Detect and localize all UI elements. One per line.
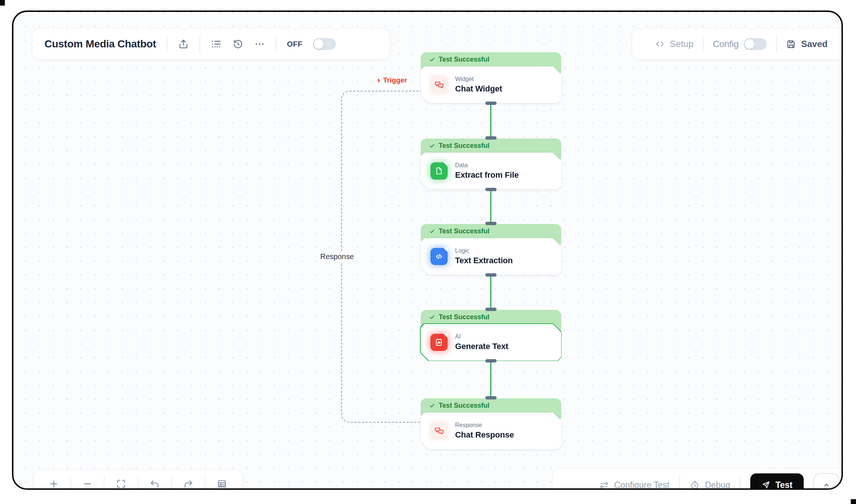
response-label: Response: [317, 251, 357, 262]
check-icon: [429, 228, 435, 234]
timer-icon: [690, 480, 700, 490]
setup-config-toolbar: Setup Config Saved: [632, 28, 843, 60]
screen-artifact-top-left: [0, 0, 5, 6]
configure-test-label: Configure Test: [614, 480, 670, 490]
document-icon: [430, 162, 448, 180]
check-icon: [429, 143, 435, 149]
node-input-handle[interactable]: [485, 308, 497, 311]
node-chat-widget[interactable]: Test Successful Widget Chat Widget: [421, 52, 561, 103]
node-chat-response[interactable]: Test Successful Response Chat Response: [421, 398, 561, 449]
trigger-label-text: Trigger: [383, 76, 407, 84]
sliders-icon: [599, 480, 609, 490]
code-icon: [430, 248, 448, 265]
chat-bubbles-icon: [430, 422, 448, 439]
flow-enabled-toggle[interactable]: [313, 38, 336, 50]
flow-header-toolbar: Custom Media Chatbot: [32, 28, 390, 60]
test-button[interactable]: Test: [750, 473, 804, 490]
test-button-label: Test: [775, 480, 792, 490]
chevron-up-icon: [822, 480, 831, 490]
editor-window-frame: Trigger Response Test Successful: [12, 10, 843, 490]
workflow-editor: Trigger Response Test Successful: [0, 0, 856, 504]
node-status-text: Test Successful: [439, 142, 489, 150]
node-title: Extract from File: [455, 170, 519, 180]
divider: [200, 36, 200, 52]
node-title: Text Extraction: [455, 256, 513, 265]
node-type-label: Widget: [455, 76, 502, 83]
fit-view-button[interactable]: [105, 470, 137, 490]
toggle-knob: [745, 39, 754, 49]
config-toggle[interactable]: [744, 38, 767, 50]
save-icon: [786, 39, 796, 49]
flow-enabled-state-label: OFF: [287, 40, 303, 49]
connector-line: [490, 275, 491, 310]
node-status-text: Test Successful: [439, 227, 489, 235]
connector-line: [490, 189, 491, 224]
ai-sticker-icon: [430, 334, 448, 351]
node-input-handle[interactable]: [485, 222, 497, 225]
divider: [703, 36, 704, 52]
check-icon: [429, 402, 435, 409]
config-label: Config: [713, 39, 739, 49]
divider: [776, 36, 777, 52]
connector-line: [490, 103, 491, 139]
node-status-text: Test Successful: [439, 56, 489, 63]
more-options-icon[interactable]: [254, 38, 265, 50]
node-status-text: Test Successful: [439, 402, 489, 410]
divider: [167, 36, 167, 52]
node-type-label: AI: [455, 333, 509, 340]
logs-table-icon[interactable]: [205, 470, 238, 490]
saved-label: Saved: [801, 39, 828, 49]
node-output-handle[interactable]: [485, 188, 497, 191]
config-toggle-group: Config: [713, 38, 767, 50]
node-generate-text[interactable]: Test Successful AI Generate Text: [421, 310, 561, 361]
undo-button[interactable]: [138, 470, 171, 490]
history-icon[interactable]: [232, 38, 244, 50]
node-input-handle[interactable]: [485, 396, 497, 399]
check-icon: [429, 56, 435, 63]
check-icon: [429, 314, 435, 320]
debug-button[interactable]: Debug: [690, 480, 730, 490]
node-output-handle[interactable]: [485, 359, 497, 363]
divider: [740, 476, 741, 490]
toggle-knob: [314, 39, 324, 49]
send-icon: [761, 480, 770, 489]
divider: [276, 36, 276, 52]
screen-artifact-bottom-right: [851, 499, 856, 504]
saved-status: Saved: [786, 39, 828, 49]
node-type-label: Response: [455, 422, 514, 429]
debug-label: Debug: [705, 480, 730, 490]
chat-bubbles-icon: [430, 76, 448, 93]
node-output-handle[interactable]: [485, 273, 497, 277]
setup-label: Setup: [670, 39, 693, 49]
canvas-controls-toolbar: [33, 470, 243, 490]
node-list-icon[interactable]: [211, 38, 222, 50]
setup-button[interactable]: Setup: [655, 39, 693, 49]
node-title: Generate Text: [455, 342, 509, 351]
zoom-in-button[interactable]: [37, 470, 70, 490]
divider: [679, 476, 680, 490]
node-title: Chat Widget: [455, 84, 502, 94]
redo-button[interactable]: [172, 470, 205, 490]
node-type-label: Logic: [455, 248, 513, 254]
node-output-handle[interactable]: [485, 102, 497, 105]
node-type-label: Data: [455, 162, 519, 169]
flow-title[interactable]: Custom Media Chatbot: [44, 38, 156, 50]
trigger-label: Trigger: [376, 76, 407, 84]
zoom-out-button[interactable]: [71, 470, 104, 490]
node-input-handle[interactable]: [485, 136, 497, 140]
connector-line: [490, 361, 491, 398]
code-brackets-icon: [655, 39, 665, 49]
test-toolbar: Configure Test Debug Test: [553, 468, 843, 490]
node-title: Chat Response: [455, 430, 514, 440]
collapse-panel-button[interactable]: [813, 473, 840, 490]
lightning-bolt-icon: [376, 77, 382, 84]
node-extract-from-file[interactable]: Test Successful Data Extract from File: [421, 139, 561, 189]
node-status-text: Test Successful: [439, 313, 489, 321]
node-text-extraction[interactable]: Test Successful Logic Text Extraction: [421, 224, 561, 275]
configure-test-button[interactable]: Configure Test: [599, 480, 670, 490]
share-export-icon[interactable]: [178, 38, 189, 50]
